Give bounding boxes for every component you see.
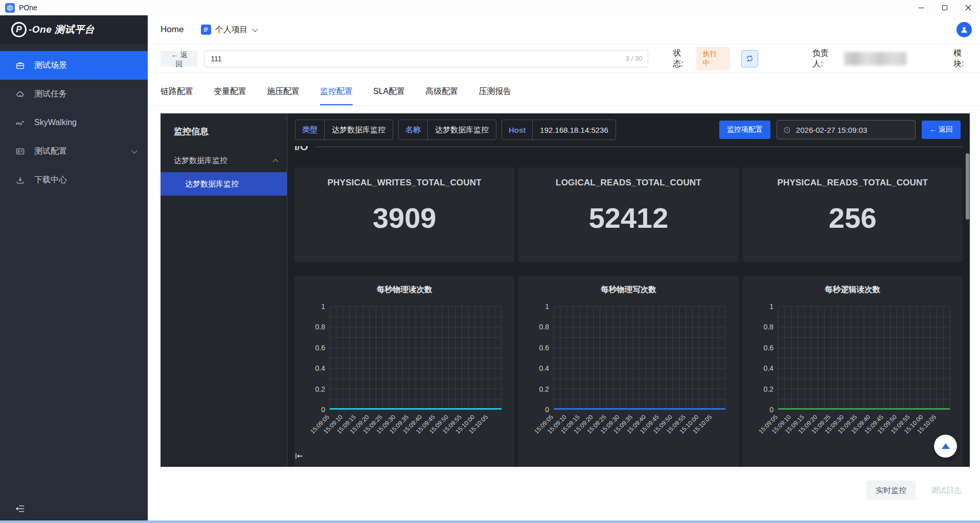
- chart-card-physical-write-per-sec: 每秒物理写次数 00.20.40.60.8115:09:0515:09:1015…: [518, 276, 738, 467]
- scene-name-field: 3 / 30: [204, 50, 648, 67]
- user-avatar[interactable]: [956, 22, 972, 37]
- svg-text:0.4: 0.4: [763, 364, 773, 372]
- chevron-down-icon[interactable]: [252, 26, 258, 32]
- window-bottom-edge: [0, 520, 980, 523]
- tab-test-report[interactable]: 压测报告: [478, 86, 511, 105]
- datetime-value: 2026-02-27 15:09:03: [796, 126, 867, 134]
- action-footer: 实时监控 调试日志 保存 调试 保存并压测: [295, 467, 980, 523]
- sidebar-nav: 测试场景 测试任务 sky SkyWalking 测试配置 下载中心: [0, 44, 148, 194]
- monitor-body: 类型 达梦数据库监控 名称 达梦数据库监控 Host 192.168.18.14…: [287, 113, 970, 467]
- monitor-filter-row: 类型 达梦数据库监控 名称 达梦数据库监控 Host 192.168.18.14…: [287, 113, 970, 146]
- refresh-status-button[interactable]: [741, 50, 759, 67]
- collapse-left-icon: [294, 452, 304, 460]
- svg-text:0: 0: [545, 406, 550, 414]
- filter-host-label: Host: [502, 120, 533, 139]
- maximize-button[interactable]: [933, 0, 956, 15]
- project-name[interactable]: 个人项目: [215, 25, 248, 35]
- app-logo-icon: [5, 3, 15, 13]
- app-window: POne P -One 测试平台 测试场景 测试任务 sky: [0, 0, 980, 523]
- debug-log-button[interactable]: 调试日志: [923, 481, 970, 500]
- chart-card-physical-read-per-sec: 每秒物理读次数 00.20.40.60.8115:09:0515:09:1015…: [294, 276, 514, 467]
- sidebar-item-skywalking[interactable]: sky SkyWalking: [0, 108, 148, 137]
- datetime-picker[interactable]: 2026-02-27 15:09:03: [777, 120, 916, 139]
- scene-toolbar: ← 返回 3 / 30 状态: 执行中 负责人: 模块:: [148, 44, 980, 73]
- test-task-cloud-icon: [15, 89, 25, 99]
- section-divider: [315, 147, 963, 147]
- filter-name-value: 达梦数据库监控: [428, 120, 496, 139]
- svg-text:0: 0: [769, 406, 773, 414]
- monitor-group-dm-db[interactable]: 达梦数据库监控: [161, 149, 287, 172]
- save-button[interactable]: 保存: [977, 481, 980, 500]
- tab-sla-config[interactable]: SLA配置: [373, 86, 405, 105]
- stat-value: 3909: [294, 201, 514, 234]
- chevron-up-icon: [272, 159, 278, 164]
- sidebar-collapse-button[interactable]: [14, 504, 26, 516]
- project-icon[interactable]: [201, 25, 211, 35]
- owner-label: 负责人:: [812, 48, 839, 69]
- download-icon: [15, 175, 25, 185]
- filter-type-label: 类型: [295, 120, 325, 139]
- chart-card-logical-read-per-sec: 每秒逻辑读次数 00.20.40.60.8115:09:0515:09:1015…: [743, 276, 963, 467]
- sidebar-item-test-config[interactable]: 测试配置: [0, 137, 148, 165]
- monitor-item-dm-db[interactable]: 达梦数据库监控: [161, 172, 287, 196]
- sidebar-item-test-scene[interactable]: 测试场景: [0, 51, 148, 80]
- monitor-nav-title: 监控信息: [161, 113, 287, 137]
- stat-value: 256: [743, 201, 963, 234]
- svg-text:1: 1: [321, 302, 325, 311]
- svg-text:0.8: 0.8: [763, 323, 773, 331]
- svg-text:0.8: 0.8: [539, 323, 550, 331]
- breadcrumb-home[interactable]: Home: [161, 25, 184, 35]
- stat-card-physical-writes: PHYSICAL_WRITES_TOTAL_COUNT 3909: [294, 168, 514, 262]
- sidebar-item-label: 下载中心: [34, 175, 67, 185]
- collapse-menu-icon: [14, 504, 26, 514]
- section-header-io: I/O: [294, 146, 963, 154]
- stat-value: 52412: [518, 201, 738, 234]
- brand-logo: P -One 测试平台: [0, 15, 148, 44]
- stat-title: LOGICAL_READS_TOTAL_COUNT: [518, 178, 738, 188]
- svg-text:0.6: 0.6: [763, 344, 773, 352]
- svg-text:1: 1: [769, 302, 773, 311]
- minimize-icon: [919, 8, 924, 8]
- sidebar-item-download-center[interactable]: 下载中心: [0, 165, 148, 194]
- tab-monitor-config[interactable]: 监控配置: [320, 86, 353, 105]
- stat-card-logical-reads: LOGICAL_READS_TOTAL_COUNT 52412: [518, 168, 738, 262]
- sidebar-item-label: 测试任务: [34, 89, 67, 100]
- test-scene-icon: [15, 61, 25, 70]
- minimize-button[interactable]: [909, 0, 933, 15]
- line-chart: 00.20.40.60.8115:09:0515:09:1015:09:1515…: [743, 301, 963, 455]
- breadcrumb-bar: Home · 个人项目: [148, 15, 980, 44]
- realtime-monitor-button[interactable]: 实时监控: [867, 481, 916, 500]
- line-chart: 00.20.40.60.8115:09:0515:09:1015:09:1515…: [518, 301, 738, 455]
- tab-advanced-config[interactable]: 高级配置: [425, 86, 458, 105]
- sidebar-item-label: 测试场景: [34, 60, 67, 71]
- stat-card-physical-reads: PHYSICAL_READS_TOTAL_COUNT 256: [743, 168, 963, 262]
- monitor-config-button[interactable]: 监控项配置: [719, 121, 770, 139]
- back-to-top-button[interactable]: [934, 435, 957, 458]
- monitor-panel: 监控信息 达梦数据库监控 达梦数据库监控 类型 达梦数据库监控: [161, 113, 970, 467]
- filter-host-value: 192.168.18.14:5236: [533, 120, 615, 139]
- section-title-partial: I/O: [294, 146, 308, 153]
- filter-type-value: 达梦数据库监控: [325, 120, 393, 139]
- filter-type: 类型 达梦数据库监控: [295, 120, 393, 140]
- panel-scrollbar-thumb[interactable]: [966, 153, 969, 220]
- tab-pressure-config[interactable]: 施压配置: [267, 86, 300, 105]
- monitor-back-button[interactable]: ← 返回: [922, 121, 961, 139]
- svg-text:0.2: 0.2: [315, 385, 326, 393]
- scene-name-input[interactable]: [204, 50, 648, 67]
- tab-link-config[interactable]: 链路配置: [161, 86, 193, 105]
- close-icon: [965, 5, 971, 11]
- monitor-item-label: 达梦数据库监控: [185, 179, 239, 189]
- svg-text:0.6: 0.6: [315, 344, 326, 352]
- sidebar-item-test-task[interactable]: 测试任务: [0, 80, 148, 108]
- chart-title: 每秒物理写次数: [518, 284, 738, 295]
- close-button[interactable]: [956, 0, 980, 15]
- status-label: 状态:: [673, 48, 691, 69]
- triangle-up-icon: [942, 443, 950, 449]
- panel-collapse-button[interactable]: [294, 451, 304, 463]
- svg-text:0.4: 0.4: [315, 364, 326, 372]
- project-doc-icon: [203, 27, 209, 33]
- tab-variable-config[interactable]: 变量配置: [214, 86, 246, 105]
- back-button[interactable]: ← 返回: [161, 51, 198, 67]
- stat-title: PHYSICAL_WRITES_TOTAL_COUNT: [294, 178, 514, 188]
- monitor-nav: 监控信息 达梦数据库监控 达梦数据库监控: [161, 113, 287, 467]
